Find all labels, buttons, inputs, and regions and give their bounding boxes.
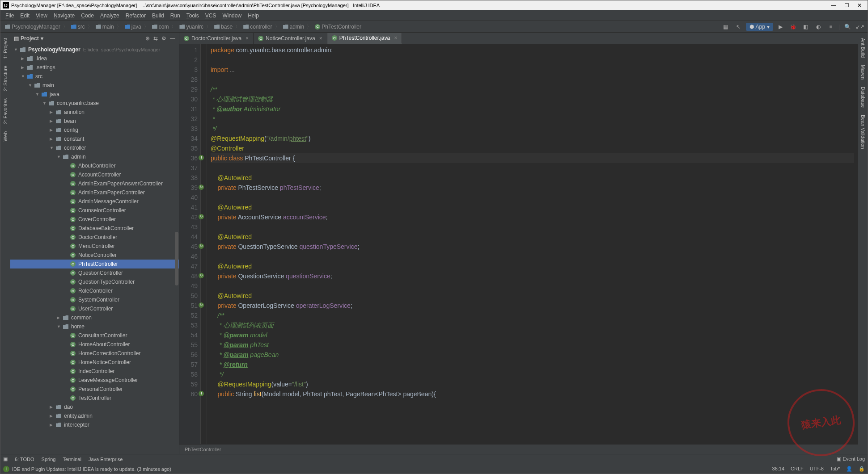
code-line-48[interactable]: private QuestionService questionService; (211, 271, 854, 281)
tree-item-usercontroller[interactable]: UserController (10, 304, 179, 313)
stop-button[interactable]: ■ (826, 22, 836, 32)
tree-item-dao[interactable]: ▶dao (10, 403, 179, 411)
file-encoding[interactable]: UTF-8 (810, 466, 824, 472)
code-line-39[interactable]: private PhTestService phTestService; (211, 183, 854, 193)
code-line-35[interactable]: @Controller (211, 143, 854, 153)
maximize-button[interactable]: ☐ (844, 2, 849, 8)
left-tab-web[interactable]: Web (2, 128, 9, 145)
left-tab-structure[interactable]: 2: Structure (2, 62, 9, 95)
editor-tab-doctorcontroller[interactable]: DoctorController.java× (179, 33, 254, 44)
tree-item-questiontypecontroller[interactable]: QuestionTypeController (10, 277, 179, 286)
inspection-icon[interactable]: 👤 (846, 466, 852, 472)
tree-item-adminexampaperanswercontroller[interactable]: AdminExamPaperAnswerController (10, 179, 179, 188)
code-line-32[interactable]: * (211, 114, 854, 124)
notification-icon[interactable]: i (3, 466, 9, 472)
right-tab-beanvalidation[interactable]: Bean Validation (860, 111, 867, 152)
breadcrumb-com[interactable]: com (150, 24, 178, 30)
lock-icon[interactable]: 🔒 (859, 466, 865, 472)
gutter-icon[interactable]: ↻ (199, 214, 204, 219)
code-line-45[interactable]: private QuestionTypeService questionType… (211, 242, 854, 252)
tree-item-databasebakcontroller[interactable]: DatabaseBakController (10, 224, 179, 233)
close-tab-icon[interactable]: × (246, 35, 249, 42)
tree-item-com-yuanlrc-base[interactable]: ▼com.yuanlrc.base (10, 99, 179, 108)
code-line-36[interactable]: public class PhTestController { (211, 153, 854, 163)
tree-item-java[interactable]: ▼java (10, 90, 179, 99)
code-line-59[interactable]: @RequestMapping(value="/list") (211, 379, 854, 389)
tree-item-aboutcontroller[interactable]: AboutController (10, 161, 179, 170)
code-line-44[interactable]: @Autowired (211, 232, 854, 242)
menu-view[interactable]: View (33, 13, 51, 19)
tree-item-rolecontroller[interactable]: RoleController (10, 286, 179, 295)
gutter-icon[interactable]: ⬇ (199, 391, 204, 396)
menu-run[interactable]: Run (167, 13, 183, 19)
target-icon[interactable]: ⊕ (145, 35, 150, 42)
run-button[interactable]: ▶ (776, 22, 786, 32)
code-line-40[interactable] (211, 193, 854, 202)
tree-item-bean[interactable]: ▶bean (10, 117, 179, 126)
editor-breadcrumb[interactable]: PhTestController (179, 444, 858, 454)
code-line-56[interactable]: * @param pageBean (211, 350, 854, 360)
code-line-3[interactable]: import ... (211, 65, 854, 75)
tree-item-menucontroller[interactable]: MenuController (10, 242, 179, 251)
line-separator[interactable]: CRLF (791, 466, 804, 472)
tree-item-phtestcontroller[interactable]: PhTestController (10, 260, 179, 268)
code-line-37[interactable] (211, 163, 854, 173)
tree-item-annotion[interactable]: ▶annotion (10, 108, 179, 117)
tree-item-main[interactable]: ▼main (10, 81, 179, 90)
menu-vcs[interactable]: VCS (202, 13, 220, 19)
code-line-54[interactable]: * @param model (211, 330, 854, 340)
tree-item-leavemessagecontroller[interactable]: LeaveMessageController (10, 376, 179, 385)
code-line-2[interactable] (211, 55, 854, 65)
left-tab-favorites[interactable]: 2: Favorites (2, 95, 9, 127)
menu-refactor[interactable]: Refactor (123, 13, 149, 19)
code-line-38[interactable]: @Autowired (211, 173, 854, 183)
menu-edit[interactable]: Edit (17, 13, 33, 19)
tree-item-constant[interactable]: ▶constant (10, 134, 179, 143)
tree-item-config[interactable]: ▶config (10, 126, 179, 134)
tree-item-controller[interactable]: ▼controller (10, 143, 179, 152)
tree-item-systemcontroller[interactable]: SystemController (10, 295, 179, 304)
tree-item-consultantcontroller[interactable]: ConsultantController (10, 331, 179, 340)
tree-item-testcontroller[interactable]: TestController (10, 394, 179, 403)
code-line-43[interactable] (211, 222, 854, 232)
breadcrumb-controller[interactable]: controller (241, 24, 281, 30)
event-log-button[interactable]: ▣ Event Log (837, 456, 865, 462)
run-config-selector[interactable]: ⬢ App ▾ (746, 23, 773, 31)
breadcrumb-yuanlrc[interactable]: yuanlrc (178, 24, 212, 30)
code-line-31[interactable]: * @author Administrator (211, 104, 854, 114)
tree-item-adminmessagecontroller[interactable]: AdminMessageController (10, 197, 179, 206)
caret-position[interactable]: 36:14 (772, 466, 785, 472)
close-tab-icon[interactable]: × (394, 35, 397, 41)
menu-build[interactable]: Build (149, 13, 167, 19)
tree-item-common[interactable]: ▶common (10, 313, 179, 322)
code-line-41[interactable]: @Autowired (211, 202, 854, 212)
menu-help[interactable]: Help (245, 13, 262, 19)
tree-item-entity-admin[interactable]: ▶entity.admin (10, 411, 179, 420)
right-tab-database[interactable]: Database (860, 83, 867, 111)
project-view-selector[interactable]: ▤ Project ▾ (14, 35, 43, 42)
right-tab-antbuild[interactable]: Ant Build (860, 34, 867, 61)
code-line-42[interactable]: private AccountService accountService; (211, 212, 854, 222)
code-line-30[interactable]: * 心理测试管理控制器 (211, 94, 854, 104)
tree-item-src[interactable]: ▼src (10, 72, 179, 81)
code-line-58[interactable]: */ (211, 369, 854, 379)
code-line-47[interactable]: @Autowired (211, 261, 854, 271)
gutter-icon[interactable]: ↻ (199, 273, 204, 278)
layout-icon[interactable]: ▦ (721, 22, 731, 32)
gutter-icon[interactable]: ⬇ (199, 155, 204, 160)
tree-item-questioncontroller[interactable]: QuestionController (10, 268, 179, 277)
project-root[interactable]: ▼PsychologyManagerE:\idea_space\Psycholo… (10, 45, 179, 54)
tree-item-admin[interactable]: ▼admin (10, 152, 179, 161)
left-tab-project[interactable]: 1: Project (2, 34, 9, 62)
code-line-57[interactable]: * @return (211, 360, 854, 369)
gutter-icon[interactable]: ↻ (199, 302, 204, 308)
search-everywhere-icon[interactable]: 🔍 (843, 22, 852, 32)
code-line-1[interactable]: package com.yuanlrc.base.controller.admi… (211, 45, 854, 55)
bottom-tab-terminal[interactable]: Terminal (63, 457, 81, 462)
tree-item-homenoticecontroller[interactable]: HomeNoticeController (10, 358, 179, 367)
indent-settings[interactable]: Tab* (830, 466, 840, 472)
menu-analyze[interactable]: Analyze (97, 13, 123, 19)
gear-icon[interactable]: ⚙ (161, 35, 166, 42)
breadcrumb-admin[interactable]: admin (281, 24, 313, 30)
bottom-tab-todo[interactable]: 6: TODO (15, 457, 34, 462)
